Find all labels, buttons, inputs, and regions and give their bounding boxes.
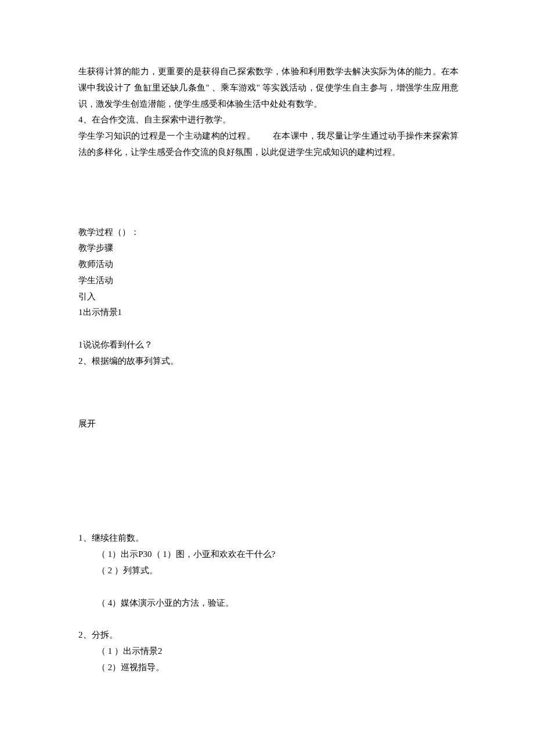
show-scene-1: 1出示情景1 [78,305,459,321]
question-2: 2、根据编的故事列算式。 [78,353,459,370]
heading-4: 4、在合作交流、自主探索中进行教学。 [78,112,459,128]
question-1: 1说说你看到什么？ [78,337,459,353]
paragraph-2: 学生学习知识的过程是一个主动建构的过程。 在本课中，我尽量让学生通过动手操作来探… [78,128,459,161]
item-1-sub2: （ 2 ）列算式。 [78,563,459,579]
item-1-head: 1、继续往前数。 [78,530,459,547]
steps-label: 教学步骤 [78,240,459,256]
item-1-sub1: （ 1）出示P30（ 1）图，小亚和欢欢在干什么? [78,547,459,563]
item-2-sub1: （ 1 ）出示情景2 [78,643,459,660]
item-1-sub4: （ 4）媒体演示小亚的方法，验证。 [78,595,459,612]
process-heading: 教学过程（）： [78,225,459,241]
paragraph-1: 生获得计算的能力，更重要的是获得自己探索数学，体验和利用数学去解决实际为体的能力… [78,64,459,112]
item-2-sub2: （ 2）巡视指导。 [78,660,459,676]
teacher-label: 教师活动 [78,256,459,273]
intro-label: 引入 [78,289,459,305]
item-2-head: 2、分拆。 [78,627,459,643]
student-label: 学生活动 [78,273,459,289]
expand-label: 展开 [78,416,459,432]
